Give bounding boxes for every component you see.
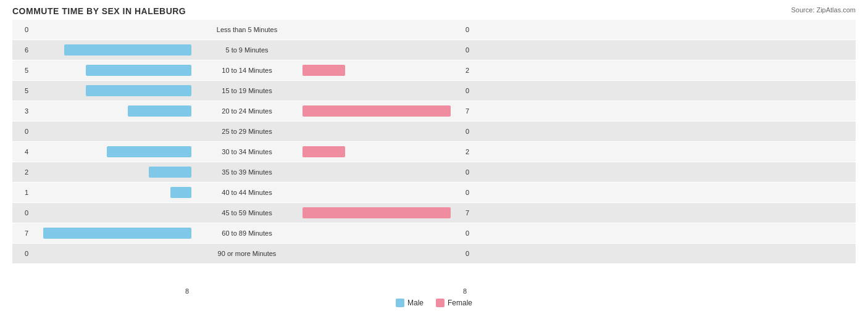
male-value: 3 [12,107,31,115]
female-value: 7 [463,209,482,217]
female-bar-area [303,248,463,259]
male-color-box [396,299,404,307]
male-value: 0 [12,128,31,135]
row-label: 40 to 44 Minutes [191,189,303,196]
male-bar [43,228,191,239]
male-value: 0 [12,209,31,217]
male-value: 5 [12,87,31,94]
male-bar [170,187,191,198]
female-bar [303,65,345,76]
female-bar-area [303,228,463,239]
male-bar-area [31,126,191,137]
female-bar-area [303,85,463,96]
male-bar [86,85,191,96]
male-bar-area [31,207,191,218]
female-value: 0 [463,168,482,176]
male-value: 1 [12,189,31,196]
female-label: Female [448,299,472,307]
source-label: Source: ZipAtlas.com [791,6,856,14]
male-bar-area [31,65,191,76]
female-value: 0 [463,128,482,135]
legend: Male Female [12,299,856,307]
male-bar [128,105,191,117]
female-value: 0 [463,87,482,94]
row-label: 30 to 34 Minutes [191,148,303,155]
female-bar-area [303,24,463,35]
chart-row: 7 60 to 89 Minutes 0 [12,223,856,243]
male-bar [107,146,191,157]
chart-container: COMMUTE TIME BY SEX IN HALEBURG Source: … [0,0,868,322]
bottom-axis-labels: 8 8 [12,287,856,295]
female-bar-area [303,167,463,178]
female-value: 0 [463,46,482,54]
female-value: 0 [463,26,482,33]
male-bar-area [31,24,191,35]
row-label: 20 to 24 Minutes [191,107,303,115]
female-bar-area [303,187,463,198]
row-label: Less than 5 Minutes [191,26,303,33]
row-label: 35 to 39 Minutes [191,168,303,176]
female-bar-area [303,207,463,218]
male-label: Male [407,299,424,307]
female-value: 2 [463,148,482,155]
female-value: 7 [463,107,482,115]
row-label: 45 to 59 Minutes [191,209,303,217]
female-bar-area [303,65,463,76]
chart-row: 0 Less than 5 Minutes 0 [12,20,856,39]
male-value: 5 [12,67,31,74]
male-value: 4 [12,148,31,155]
female-bar [303,207,451,218]
chart-row: 5 10 to 14 Minutes 2 [12,60,856,80]
male-value: 7 [12,229,31,237]
male-bar-area [31,228,191,239]
chart-title: COMMUTE TIME BY SEX IN HALEBURG [12,6,856,16]
male-bar [64,44,191,56]
legend-female: Female [436,299,472,307]
male-bar-area [31,167,191,178]
legend-male: Male [396,299,424,307]
chart-row: 3 20 to 24 Minutes 7 [12,101,856,121]
female-value: 0 [463,189,482,196]
chart-row: 6 5 to 9 Minutes 0 [12,40,856,60]
row-label: 90 or more Minutes [191,250,303,257]
male-bar-area [31,146,191,157]
female-bar-area [303,146,463,157]
chart-row: 5 15 to 19 Minutes 0 [12,81,856,101]
male-bar-area [31,187,191,198]
male-bar-area [31,44,191,56]
row-label: 25 to 29 Minutes [191,128,303,135]
male-value: 0 [12,26,31,33]
female-bar [303,105,451,117]
chart-area: 0 Less than 5 Minutes 0 6 5 to 9 Minutes… [12,20,856,285]
chart-row: 0 25 to 29 Minutes 0 [12,122,856,141]
male-bar-area [31,105,191,117]
chart-row: 2 35 to 39 Minutes 0 [12,162,856,182]
male-bar-area [31,85,191,96]
bottom-right-value: 8 [463,287,467,295]
female-bar-area [303,105,463,117]
female-value: 2 [463,67,482,74]
female-bar-area [303,126,463,137]
chart-row: 1 40 to 44 Minutes 0 [12,183,856,202]
male-value: 0 [12,250,31,257]
female-bar-area [303,44,463,56]
male-bar-area [31,248,191,259]
male-bar [149,167,191,178]
male-value: 2 [12,168,31,176]
row-label: 10 to 14 Minutes [191,67,303,74]
male-bar [86,65,191,76]
female-bar [303,146,345,157]
female-value: 0 [463,250,482,257]
bottom-left-value: 8 [12,287,191,295]
chart-row: 0 90 or more Minutes 0 [12,244,856,263]
chart-row: 4 30 to 34 Minutes 2 [12,142,856,162]
row-label: 60 to 89 Minutes [191,229,303,237]
row-label: 5 to 9 Minutes [191,46,303,54]
male-value: 6 [12,46,31,54]
female-value: 0 [463,229,482,237]
chart-row: 0 45 to 59 Minutes 7 [12,203,856,223]
female-color-box [436,299,444,307]
row-label: 15 to 19 Minutes [191,87,303,94]
